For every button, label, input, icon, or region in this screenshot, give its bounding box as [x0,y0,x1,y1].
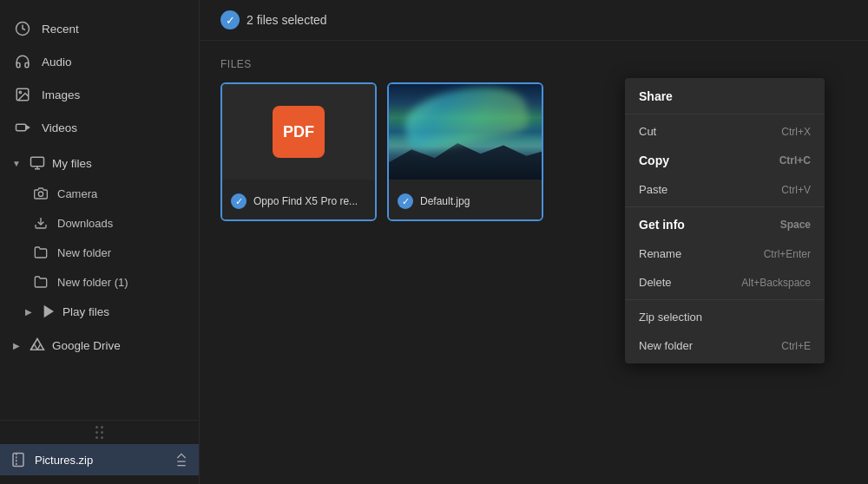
header: ✓ 2 files selected [200,0,868,41]
new-folder-cm-label: New folder [639,339,693,352]
sidebar-item-images[interactable]: Images [0,78,199,111]
svg-rect-3 [16,124,26,131]
get-info-shortcut: Space [780,219,811,231]
camera-label: Camera [57,187,97,200]
context-menu-paste[interactable]: Paste Ctrl+V [625,175,825,204]
mountain-image [389,84,542,180]
downloads-label: Downloads [57,217,113,230]
new-folder-icon [33,245,49,260]
copy-label: Copy [639,154,669,167]
context-menu-share[interactable]: Share [625,82,825,111]
sidebar-item-new-folder-1[interactable]: New folder (1) [0,267,199,297]
copy-shortcut: Ctrl+C [779,154,811,167]
file-card-pdf[interactable]: PDF ✓ Oppo Find X5 Pro re... [220,82,377,221]
zip-file-item[interactable]: Pictures.zip [0,444,199,475]
context-menu-cut[interactable]: Cut Ctrl+X [625,117,825,146]
videos-icon [14,119,31,136]
cut-shortcut: Ctrl+X [781,126,811,138]
downloads-icon [33,215,49,231]
sidebar-item-google-drive[interactable]: ▶ Google Drive [0,330,199,361]
image-file-name: Default.jpg [420,195,470,207]
sidebar-item-camera[interactable]: Camera [0,179,199,208]
main-content: ✓ 2 files selected Files PDF ✓ Oppo Find… [200,0,868,484]
my-files-icon [30,155,45,171]
my-files-expand-arrow: ▼ [10,157,23,169]
svg-rect-11 [13,454,23,467]
context-menu-divider-3 [625,299,825,300]
new-folder-shortcut: Ctrl+E [781,340,811,352]
context-menu-delete[interactable]: Delete Alt+Backspace [625,268,825,297]
sidebar-zip-section: Pictures.zip [0,420,199,475]
context-menu-divider-2 [625,206,825,207]
sidebar-item-recent-label: Recent [42,23,79,36]
recent-icon [14,20,31,37]
svg-marker-10 [44,306,52,317]
sidebar-item-images-label: Images [42,88,80,101]
delete-shortcut: Alt+Backspace [741,277,811,289]
paste-label: Paste [639,183,667,196]
paste-shortcut: Ctrl+V [781,184,811,196]
sidebar-item-new-folder[interactable]: New folder [0,238,199,267]
context-menu-zip-selection[interactable]: Zip selection [625,303,825,331]
sidebar-item-my-files[interactable]: ▼ My files [0,147,199,179]
svg-rect-5 [31,157,44,167]
get-info-label: Get info [639,218,685,232]
google-drive-label: Google Drive [52,339,121,352]
pdf-card-label: ✓ Oppo Find X5 Pro re... [222,180,375,221]
new-folder-1-label: New folder (1) [57,276,128,289]
eject-icon[interactable] [174,453,188,467]
zip-file-label: Pictures.zip [35,454,166,467]
context-menu-divider-1 [625,114,825,114]
pdf-file-name: Oppo Find X5 Pro re... [253,195,358,207]
audio-icon [14,53,31,70]
svg-marker-4 [26,126,30,130]
share-label: Share [639,89,673,103]
sidebar-item-play-files[interactable]: ▶ Play files [0,297,199,326]
image-card-label: ✓ Default.jpg [389,180,542,221]
selection-check-icon: ✓ [220,10,240,29]
image-selected-check: ✓ [398,193,413,209]
svg-point-2 [19,91,21,93]
delete-label: Delete [639,276,672,289]
svg-point-8 [38,192,43,196]
cut-label: Cut [639,125,656,138]
context-menu-rename[interactable]: Rename Ctrl+Enter [625,239,825,268]
drag-handle [95,426,103,439]
sidebar-item-videos[interactable]: Videos [0,111,199,144]
rename-shortcut: Ctrl+Enter [764,248,811,260]
sidebar: Recent Audio Images Vid [0,0,200,484]
selection-badge: ✓ 2 files selected [220,10,327,29]
context-menu-copy[interactable]: Copy Ctrl+C [625,146,825,175]
new-folder-1-icon [33,274,49,290]
context-menu: Share Cut Ctrl+X Copy Ctrl+C Paste Ctrl+… [625,78,825,363]
sidebar-item-audio-label: Audio [42,56,72,69]
zip-selection-label: Zip selection [639,311,702,324]
sidebar-item-recent[interactable]: Recent [0,12,199,45]
google-drive-expand-arrow: ▶ [10,339,23,351]
sidebar-item-downloads[interactable]: Downloads [0,208,199,238]
pdf-icon: PDF [273,106,325,158]
selected-count-label: 2 files selected [247,13,327,27]
play-files-expand-arrow: ▶ [23,305,35,317]
images-icon [14,86,31,103]
sidebar-item-audio[interactable]: Audio [0,45,199,78]
rename-label: Rename [639,247,681,260]
context-menu-new-folder[interactable]: New folder Ctrl+E [625,331,825,360]
image-thumbnail [389,84,542,180]
new-folder-label: New folder [57,246,111,259]
pdf-selected-check: ✓ [231,193,247,209]
play-files-icon [42,304,56,318]
files-section-label: Files [220,58,847,70]
pdf-thumbnail: PDF [222,84,375,180]
my-files-label: My files [52,157,92,170]
context-menu-get-info[interactable]: Get info Space [625,210,825,239]
sidebar-item-videos-label: Videos [42,121,77,134]
file-card-image[interactable]: ✓ Default.jpg [387,82,543,221]
google-drive-icon [30,337,45,353]
camera-icon [33,186,49,201]
zip-file-icon [10,452,26,468]
aurora-effect [400,84,529,152]
play-files-label: Play files [62,305,109,318]
